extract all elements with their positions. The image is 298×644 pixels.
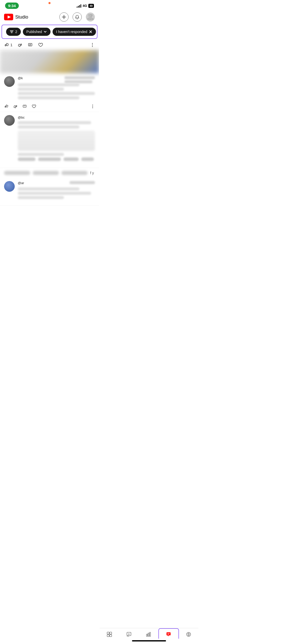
status-bar: 9:34 4G 49	[0, 0, 99, 10]
channel-avatar[interactable]: LongLiveCinema	[86, 12, 95, 22]
comment-header-3: @ar	[4, 181, 95, 200]
filter-count-label: 2	[15, 30, 17, 34]
app-header: Studio LongLiveCinema	[0, 10, 99, 25]
heart-button[interactable]	[38, 42, 43, 47]
dislike-button[interactable]	[18, 42, 23, 47]
like-count: 1	[10, 43, 12, 47]
thumbs-up-outline-icon	[4, 104, 9, 109]
header-icons: LongLiveCinema	[59, 12, 95, 22]
comment-body-1: @k	[18, 76, 95, 101]
notifications-button[interactable]	[73, 12, 82, 22]
comment-blurred-block-2	[18, 131, 95, 151]
more-vertical-icon-2	[90, 104, 95, 109]
comment-text-blurred-1d	[18, 96, 79, 99]
filter-bar: 2 Published I haven't responded	[2, 25, 97, 39]
comment-text-blurred-1c	[18, 92, 95, 95]
svg-rect-19	[23, 105, 26, 107]
filter-icon	[10, 30, 14, 34]
svg-point-22	[92, 106, 93, 107]
comments-section: 1	[0, 40, 99, 206]
comment-text-blurred-1a	[18, 83, 79, 86]
svg-rect-10	[21, 44, 22, 45]
svg-rect-6	[11, 33, 12, 33]
not-responded-label: I haven't responded	[56, 30, 87, 34]
chevron-down-icon	[43, 30, 47, 34]
battery-indicator: 49	[88, 4, 94, 8]
svg-point-15	[92, 45, 93, 45]
youtube-logo-icon	[4, 14, 13, 20]
comment-icon	[22, 104, 27, 109]
heart-icon	[38, 42, 43, 47]
more-vertical-icon	[90, 42, 95, 47]
comment-item: @k	[0, 73, 99, 112]
app-title: Studio	[15, 14, 28, 20]
comment-username-1: @k	[18, 76, 23, 80]
partial-text: f y	[90, 171, 95, 175]
comment-like-button-1[interactable]	[4, 104, 9, 109]
published-label: Published	[26, 30, 42, 34]
logo-area: Studio	[4, 14, 28, 20]
more-options-button[interactable]	[90, 42, 95, 47]
first-comment-actions: 1	[0, 40, 99, 50]
like-button[interactable]: 1	[4, 42, 12, 47]
comment-header-2: @bc	[4, 115, 95, 163]
status-time: 9:34	[5, 3, 19, 9]
svg-rect-4	[10, 30, 13, 31]
comment-item-2: @bc	[0, 112, 99, 168]
thumbs-up-icon	[4, 42, 9, 47]
svg-rect-18	[16, 105, 17, 107]
bell-icon	[75, 15, 79, 19]
comment-body-2: @bc	[18, 115, 95, 163]
svg-point-16	[92, 46, 93, 47]
comment-meta-row-2	[18, 157, 95, 161]
plus-icon	[62, 15, 66, 19]
comment-text-blurred-3a	[18, 187, 79, 190]
comment-text-blurred-3b	[18, 192, 91, 195]
comment-item-3: @ar	[0, 178, 99, 206]
svg-point-21	[92, 105, 93, 105]
comment-heart-button-1[interactable]	[31, 104, 36, 109]
comment-text-blurred-2b	[18, 125, 79, 128]
status-right: 4G 49	[77, 4, 94, 8]
comment-dislike-button-1[interactable]	[13, 104, 18, 109]
published-filter-button[interactable]: Published	[23, 28, 51, 36]
comment-body-3: @ar	[18, 181, 95, 200]
comment-username-3: @ar	[18, 181, 24, 185]
svg-rect-17	[5, 106, 6, 107]
network-label: 4G	[82, 4, 87, 8]
thumbs-down-outline-icon	[13, 104, 18, 109]
svg-point-23	[92, 107, 93, 108]
notch-indicator	[48, 2, 51, 4]
comment-text-blurred-2c	[18, 153, 64, 156]
filter-count-button[interactable]: 2	[6, 28, 21, 36]
svg-point-14	[92, 43, 93, 44]
close-icon	[89, 30, 92, 34]
not-responded-filter-button[interactable]: I haven't responded	[53, 28, 96, 36]
comment-header-1: @k	[4, 76, 95, 101]
comment-more-button-1[interactable]	[90, 104, 95, 109]
blurred-banner-row: f y	[0, 169, 99, 177]
video-thumbnail	[0, 50, 99, 73]
avatar-3	[4, 181, 15, 192]
svg-rect-9	[5, 45, 6, 46]
comment-meta-right-1	[64, 76, 95, 83]
thumbs-down-icon	[18, 42, 23, 47]
comment-text-blurred-2a	[18, 121, 91, 124]
heart-outline-icon	[31, 104, 36, 109]
add-button[interactable]	[59, 12, 69, 22]
comment-text-blurred-1b	[18, 88, 64, 91]
comment-text-blurred-3c	[18, 196, 64, 199]
avatar-2	[4, 115, 15, 126]
reply-icon	[28, 42, 33, 47]
signal-icon	[77, 4, 81, 8]
comment-1-actions	[4, 103, 95, 109]
reply-button[interactable]	[28, 42, 33, 47]
comment-username-2: @bc	[18, 116, 25, 119]
avatar	[4, 76, 15, 87]
comment-reply-button-1[interactable]	[22, 104, 27, 109]
svg-rect-5	[10, 31, 13, 32]
svg-rect-11	[28, 43, 32, 46]
